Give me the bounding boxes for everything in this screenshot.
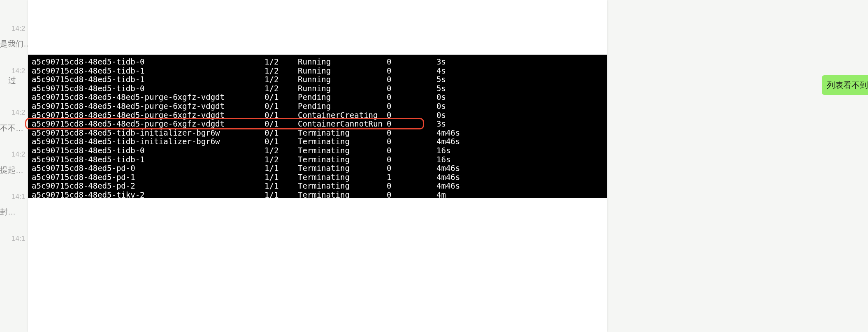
- pod-age: 4m46s: [436, 182, 460, 191]
- pod-restarts: 0: [387, 58, 391, 67]
- pod-restarts: 0: [387, 120, 391, 129]
- chat-preview: 提起…: [0, 165, 23, 175]
- pod-ready: 1/1: [265, 182, 279, 191]
- pod-restarts: 0: [387, 111, 391, 120]
- pod-status: Terminating: [298, 164, 350, 173]
- pod-age: 0s: [436, 102, 446, 111]
- pod-name: a5c90715cd8-48ed5-tidb-initializer-bgr6w: [32, 137, 220, 146]
- pod-status: Pending: [298, 93, 331, 102]
- pod-name: a5c90715cd8-48ed5-48ed5-purge-6xgfz-vdgd…: [32, 111, 225, 120]
- pod-restarts: 0: [387, 146, 391, 155]
- chat-time: 14:2: [0, 150, 25, 159]
- chat-list-item[interactable]: 不不…: [0, 120, 23, 137]
- pod-name: a5c90715cd8-48ed5-pd-0: [32, 164, 135, 173]
- chat-time: 14:1: [0, 235, 25, 243]
- pod-status: Terminating: [298, 155, 350, 164]
- pod-status: Terminating: [298, 191, 350, 200]
- chat-list-item[interactable]: 14:1: [0, 232, 25, 249]
- pod-status: Running: [298, 84, 331, 93]
- pod-restarts: 0: [387, 137, 391, 146]
- image-viewer-card: a5c90715cd8-48ed5-tidb-01/2Running03sa5c…: [28, 0, 607, 332]
- pod-ready: 1/2: [265, 146, 279, 155]
- pod-status: Running: [298, 58, 331, 67]
- pod-restarts: 1: [387, 173, 391, 182]
- pod-ready: 1/1: [265, 191, 279, 200]
- pod-ready: 1/2: [265, 155, 279, 164]
- chat-list-item[interactable]: 是我们…: [0, 36, 31, 53]
- pod-name: a5c90715cd8-48ed5-tidb-0: [32, 146, 145, 155]
- chat-list-item[interactable]: 封…: [0, 204, 16, 221]
- pod-status: ContainerCreating: [298, 111, 378, 120]
- chat-preview: 不不…: [0, 123, 23, 134]
- pod-name: a5c90715cd8-48ed5-tidb-1: [32, 75, 145, 84]
- pod-status: Running: [298, 67, 331, 76]
- pod-ready: 0/1: [265, 129, 279, 138]
- chat-message-text: 列表看不到: [827, 80, 868, 91]
- pod-ready: 1/2: [265, 67, 279, 76]
- chat-list-item[interactable]: 提起…: [0, 162, 23, 179]
- pod-restarts: 0: [387, 67, 391, 76]
- pod-ready: 1/1: [265, 173, 279, 182]
- pod-age: 3s: [436, 120, 446, 129]
- pod-ready: 1/2: [265, 58, 279, 67]
- pod-name: a5c90715cd8-48ed5-48ed5-purge-6xgfz-vdgd…: [32, 120, 225, 129]
- chat-list-sidebar: 14:2 是我们… 14:2过 14:2 不不… 14:2 提起… 14:1 封…: [0, 0, 28, 332]
- pod-name: a5c90715cd8-48ed5-tidb-0: [32, 84, 145, 93]
- pod-name: a5c90715cd8-48ed5-tidb-1: [32, 67, 145, 76]
- pod-restarts: 0: [387, 93, 391, 102]
- pod-ready: 1/1: [265, 164, 279, 173]
- pod-status: Terminating: [298, 173, 350, 182]
- chat-time: 14:1: [0, 193, 25, 201]
- pod-restarts: 0: [387, 191, 391, 200]
- pod-age: 4m46s: [436, 129, 460, 138]
- pod-restarts: 0: [387, 164, 391, 173]
- chat-message-bubble[interactable]: 列表看不到: [822, 75, 868, 95]
- chat-time: 14:2: [0, 108, 25, 117]
- pod-ready: 1/2: [265, 75, 279, 84]
- chat-preview: 过: [0, 75, 16, 86]
- pod-restarts: 0: [387, 102, 391, 111]
- pod-age: 5s: [436, 75, 446, 84]
- pod-restarts: 0: [387, 182, 391, 191]
- chat-preview: 封…: [0, 207, 16, 217]
- pod-age: 16s: [436, 146, 450, 155]
- pod-ready: 0/1: [265, 102, 279, 111]
- pod-status: Terminating: [298, 137, 350, 146]
- pod-name: a5c90715cd8-48ed5-pd-2: [32, 182, 135, 191]
- pod-restarts: 0: [387, 155, 391, 164]
- pod-ready: 0/1: [265, 137, 279, 146]
- pod-ready: 0/1: [265, 120, 279, 129]
- pod-name: a5c90715cd8-48ed5-tidb-0: [32, 58, 145, 67]
- terminal-output: a5c90715cd8-48ed5-tidb-01/2Running03sa5c…: [28, 55, 607, 198]
- pod-status: Terminating: [298, 182, 350, 191]
- pod-name: a5c90715cd8-48ed5-48ed5-purge-6xgfz-vdgd…: [32, 102, 225, 111]
- pod-name: a5c90715cd8-48ed5-tidb-initializer-bgr6w: [32, 129, 220, 138]
- pod-name: a5c90715cd8-48ed5-48ed5-purge-6xgfz-vdgd…: [32, 93, 225, 102]
- pod-restarts: 0: [387, 84, 391, 93]
- pod-restarts: 0: [387, 75, 391, 84]
- chat-time: 14:2: [0, 25, 25, 33]
- pod-ready: 1/2: [265, 84, 279, 93]
- background-right: [605, 0, 868, 332]
- pod-restarts: 0: [387, 129, 391, 138]
- pod-age: 3s: [436, 58, 446, 67]
- pod-age: 4s: [436, 67, 446, 76]
- pod-status: Terminating: [298, 146, 350, 155]
- pod-status: Running: [298, 75, 331, 84]
- pod-age: 4m46s: [436, 137, 460, 146]
- pod-status: ContainerCannotRun: [298, 120, 383, 129]
- pod-age: 4m46s: [436, 173, 460, 182]
- pod-age: 16s: [436, 155, 450, 164]
- chat-list-item[interactable]: 14:2过: [0, 65, 25, 81]
- pod-age: 4m: [436, 191, 446, 200]
- pod-name: a5c90715cd8-48ed5-pd-1: [32, 173, 135, 182]
- pod-name: a5c90715cd8-48ed5-tikv-2: [32, 191, 145, 200]
- chat-list-item[interactable]: 14:2: [0, 106, 25, 122]
- pod-age: 5s: [436, 84, 446, 93]
- chat-preview: 是我们…: [0, 39, 31, 49]
- pod-age: 4m46s: [436, 164, 460, 173]
- pod-name: a5c90715cd8-48ed5-tidb-1: [32, 155, 145, 164]
- pod-ready: 0/1: [265, 93, 279, 102]
- chat-list-item[interactable]: 14:2: [0, 148, 25, 164]
- pod-age: 0s: [436, 93, 446, 102]
